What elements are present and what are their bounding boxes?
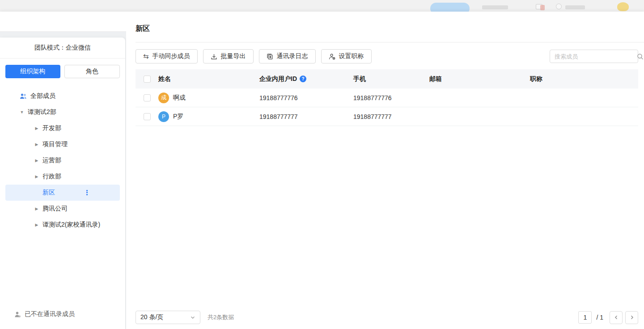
org-tree: 全部成员 ▼ 谭测试2部 ▶ 开发部 ▶ 项目管理 ▶ 运营部 ▶ 行政部	[0, 88, 125, 233]
background-flower-icon	[617, 2, 629, 11]
contacts-log-button[interactable]: 通讯录日志	[259, 49, 316, 63]
row-select-cell	[136, 94, 158, 101]
members-table: 姓名 企业内用户ID ? 手机 邮箱 职称 成 啊成 19188777776 1…	[136, 69, 638, 126]
tree-item-label: 谭测试2(家校通讯录)	[42, 221, 100, 229]
total-count-label: 共2条数据	[208, 313, 234, 321]
row-checkbox[interactable]	[144, 113, 151, 120]
tree-item-dept[interactable]: ▶ 行政部	[5, 169, 120, 185]
member-name-cell: 成 啊成	[158, 93, 259, 103]
sync-icon: ⇆	[143, 52, 149, 60]
member-name-cell: P P罗	[158, 111, 259, 122]
page-navigation: / 1	[578, 311, 638, 324]
tree-item-all-members[interactable]: 全部成员	[5, 88, 120, 104]
member-phone-cell: 19188777777	[353, 113, 429, 120]
page-title: 新区	[136, 24, 150, 34]
page-size-select[interactable]: 20 条/页	[136, 311, 200, 324]
tree-item-dept[interactable]: ▶ 项目管理	[5, 136, 120, 152]
background-text-blur	[565, 5, 585, 9]
caret-right-icon[interactable]: ▶	[34, 223, 40, 227]
chevron-down-icon	[190, 315, 195, 320]
pagination-bar: 20 条/页 共2条数据 / 1	[136, 310, 638, 325]
button-label: 手动同步成员	[153, 52, 190, 60]
divider	[136, 42, 644, 42]
role-button[interactable]: 角色	[64, 65, 120, 78]
sidebar: 团队模式：企业微信 组织架构 角色 全部成员 ▼ 谭测试2部 ▶ 开发部 ▶ 项…	[0, 38, 125, 329]
manual-sync-button[interactable]: ⇆ 手动同步成员	[136, 49, 198, 63]
tree-item-label: 运营部	[42, 156, 61, 164]
sidebar-segment-buttons: 组织架构 角色	[0, 59, 125, 82]
member-id-cell: 19188777777	[259, 113, 353, 120]
previous-page-button[interactable]	[610, 311, 623, 324]
tree-item-label: 谭测试2部	[28, 108, 56, 116]
column-header-label: 企业内用户ID	[259, 75, 297, 83]
background-person-icon	[540, 5, 545, 10]
tree-item-label: 新区	[42, 189, 55, 197]
main-panel: 新区 ⇆ 手动同步成员 批量导出 通讯录日志 设置职称	[126, 12, 644, 329]
person-settings-icon	[329, 53, 335, 60]
tree-item-dept[interactable]: ▶ 腾讯公司	[5, 201, 120, 217]
select-all-cell	[136, 76, 158, 83]
column-header-phone: 手机	[353, 75, 429, 83]
caret-right-icon[interactable]: ▶	[34, 126, 40, 131]
help-icon[interactable]: ?	[300, 76, 306, 82]
column-header-name: 姓名	[158, 75, 259, 83]
sidebar-item-former-members[interactable]: 已不在通讯录成员	[0, 310, 125, 318]
avatar: P	[158, 111, 169, 122]
background-page-strip	[0, 0, 644, 12]
page-number-input[interactable]	[578, 311, 592, 324]
button-label: 通讯录日志	[277, 52, 308, 60]
tree-item-label: 项目管理	[42, 140, 68, 148]
people-icon	[20, 93, 27, 99]
caret-right-icon[interactable]: ▶	[34, 158, 40, 163]
search-icon[interactable]	[637, 53, 644, 60]
member-id-cell: 19188777776	[259, 94, 353, 101]
caret-down-icon[interactable]: ▼	[19, 110, 25, 114]
background-text-blur	[482, 5, 508, 9]
more-vertical-icon[interactable]: ⋮	[84, 189, 91, 197]
tree-item-label: 行政部	[42, 173, 61, 181]
button-label: 设置职称	[339, 52, 364, 60]
member-name: P罗	[173, 113, 183, 121]
person-remove-icon	[14, 311, 21, 318]
background-help-icon	[556, 4, 562, 9]
page-size-value: 20 条/页	[140, 313, 163, 321]
org-structure-button[interactable]: 组织架构	[5, 65, 60, 78]
caret-right-icon[interactable]: ▶	[34, 174, 40, 179]
member-phone-cell: 19188777776	[353, 94, 429, 101]
tree-item-dept[interactable]: ▶ 运营部	[5, 152, 120, 169]
member-name: 啊成	[173, 94, 186, 102]
search-box	[550, 50, 638, 63]
tree-item-label: 开发部	[42, 124, 61, 132]
search-input[interactable]	[550, 53, 637, 60]
batch-export-button[interactable]: 批量导出	[203, 49, 254, 63]
toolbar: ⇆ 手动同步成员 批量导出 通讯录日志 设置职称	[136, 49, 372, 63]
button-label: 批量导出	[221, 52, 246, 60]
set-job-title-button[interactable]: 设置职称	[321, 49, 372, 63]
download-icon	[211, 53, 217, 60]
column-header-email: 邮箱	[429, 75, 530, 83]
team-mode-label: 团队模式：企业微信	[0, 38, 125, 59]
tree-item-dept[interactable]: ▶ 开发部	[5, 120, 120, 136]
page-total-label: / 1	[596, 314, 603, 321]
row-checkbox[interactable]	[144, 94, 151, 101]
sidebar-footer-label: 已不在通讯录成员	[25, 310, 75, 318]
column-header-user-id: 企业内用户ID ?	[259, 75, 353, 83]
contacts-modal: 成员 管理员 外部联系人 ✕ 团队模式：企业微信 组织架构 角色 全部成员 ▼ …	[0, 12, 644, 329]
column-header-job-title: 职称	[530, 75, 638, 83]
chevron-left-icon	[614, 315, 619, 320]
tree-item-dept[interactable]: ▶ 谭测试2(家校通讯录)	[5, 217, 120, 233]
tree-item-label: 全部成员	[30, 92, 55, 100]
table-row[interactable]: 成 啊成 19188777776 19188777776	[136, 89, 638, 107]
tree-item-dept[interactable]: ▼ 谭测试2部	[5, 104, 120, 120]
avatar: 成	[158, 93, 169, 103]
tree-item-label: 腾讯公司	[42, 205, 68, 213]
table-header-row: 姓名 企业内用户ID ? 手机 邮箱 职称	[136, 69, 638, 89]
tree-item-dept-selected[interactable]: 新区 ⋮	[5, 185, 120, 201]
caret-right-icon[interactable]: ▶	[34, 142, 40, 147]
table-row[interactable]: P P罗 19188777777 19188777777	[136, 107, 638, 126]
row-select-cell	[136, 113, 158, 120]
next-page-button[interactable]	[625, 311, 638, 324]
select-all-checkbox[interactable]	[144, 76, 151, 83]
chevron-right-icon	[629, 315, 635, 320]
caret-right-icon[interactable]: ▶	[34, 207, 40, 211]
